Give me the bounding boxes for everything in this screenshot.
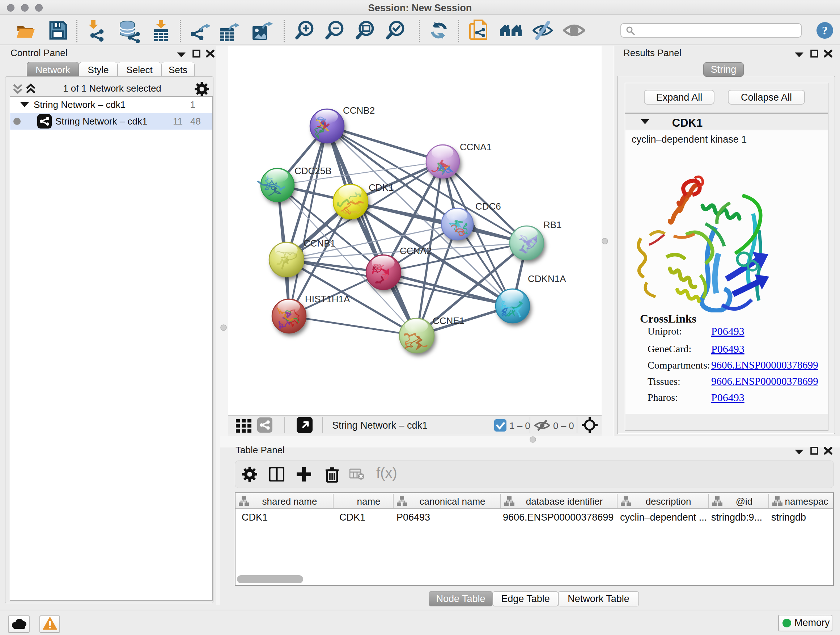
svg-text:CCNE1: CCNE1: [433, 315, 464, 326]
svg-text:CCNA1: CCNA1: [460, 141, 492, 152]
svg-text:CDC6: CDC6: [475, 201, 501, 212]
svg-text:CCNB2: CCNB2: [343, 105, 375, 116]
svg-text:RB1: RB1: [543, 219, 562, 230]
svg-text:?: ?: [822, 24, 828, 37]
svg-text:CDK1: CDK1: [369, 182, 393, 193]
svg-text:HIST1H1A: HIST1H1A: [305, 294, 350, 304]
svg-text:CDKN1A: CDKN1A: [528, 273, 566, 284]
svg-text:CDC25B: CDC25B: [294, 165, 332, 176]
svg-text:CCNB1: CCNB1: [303, 238, 335, 249]
svg-text:CCNA2: CCNA2: [400, 245, 431, 256]
